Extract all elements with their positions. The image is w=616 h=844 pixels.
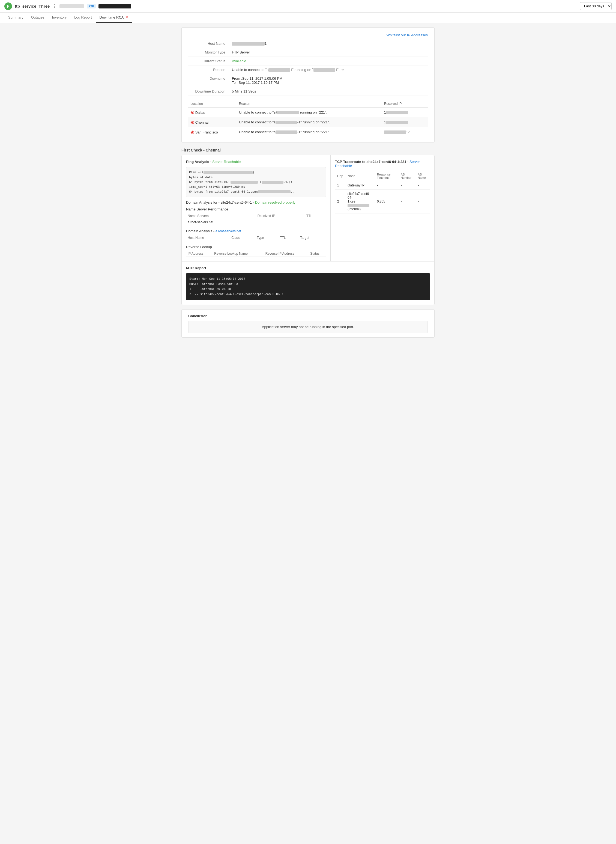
reason-row: Reason Unable to connect to "s1" running… xyxy=(188,66,428,74)
mtr-output: Start: Mon Sep 11 13:05:14 2017 HOST: In… xyxy=(186,273,430,300)
reason-label: Reason xyxy=(188,68,232,72)
date-selector-wrapper[interactable]: Last 30 days xyxy=(580,2,612,10)
date-selector[interactable]: Last 30 days xyxy=(580,2,612,10)
conclusion-title: Conclusion xyxy=(188,314,428,318)
first-check-heading: First Check - Chennai xyxy=(182,148,434,152)
downtime-duration-row: Downtime Duration 5 Mins 11 Secs xyxy=(188,87,428,96)
reverse-lookup-section: Reverse Lookup IP Address Reverse Lookup… xyxy=(186,245,326,257)
info-card: Whitelist our IP Addresses Host Name 1 M… xyxy=(182,27,434,143)
monitor-type-row: Monitor Type FTP Server xyxy=(188,48,428,57)
url-placeholder xyxy=(59,4,84,8)
app-icon: F xyxy=(4,3,12,10)
domain-link[interactable]: a.root-servers.net. xyxy=(216,229,242,233)
table-row: ◉ Chennai Unable to connect to "s-1" run… xyxy=(188,118,428,127)
whitelist-link[interactable]: Whitelist our IP Addresses xyxy=(387,33,428,37)
tab-downtime-rca[interactable]: Downtime RCA ✕ xyxy=(96,13,133,23)
current-status-value: Available xyxy=(232,59,428,63)
status-icon-dallas: ◉ xyxy=(191,110,194,115)
conclusion-card: Conclusion Application server may not be… xyxy=(182,309,434,338)
check-right-panel: TCP Traceroute to site24x7-cent6-64-1:22… xyxy=(331,155,434,261)
host-name-label: Host Name xyxy=(188,41,232,46)
check-left-panel: Ping Analysis - Server Reachable PING si… xyxy=(182,155,331,261)
mtr-title: MTR Report xyxy=(186,266,430,270)
table-row: ◉ Dallas Unable to connect to "sit runni… xyxy=(188,107,428,118)
info-header-row: Whitelist our IP Addresses xyxy=(188,33,428,37)
mtr-section: MTR Report Start: Mon Sep 11 13:05:14 20… xyxy=(182,261,434,304)
conclusion-message: Application server may not be running in… xyxy=(188,321,428,333)
host-name-row: Host Name 1 xyxy=(188,39,428,48)
rl-title: Reverse Lookup xyxy=(186,245,326,249)
location-table: Location Reason Resolved IP ◉ Dallas Una… xyxy=(188,100,428,137)
domain-analysis-sub: Domain Analysis - a.root-servers.net. xyxy=(186,229,326,233)
main-content: Whitelist our IP Addresses Host Name 1 M… xyxy=(177,23,439,346)
da-table: Host Name Class Type TTL Target xyxy=(186,235,326,241)
traceroute-table: Hop Node Response Time (ms) AS Number AS… xyxy=(335,171,430,213)
col-location: Location xyxy=(188,100,237,107)
downtime-label: Downtime xyxy=(188,76,232,85)
ping-status: Server Reachable xyxy=(212,160,241,164)
traceroute-title: TCP Traceroute to site24x7-cent6-64-1:22… xyxy=(335,160,430,168)
downtime-row: Downtime From :Sep 11, 2017 1:05:06 PM T… xyxy=(188,74,428,87)
col-resolved-ip: Resolved IP xyxy=(382,100,428,107)
tab-summary[interactable]: Summary xyxy=(4,13,27,23)
check-container: Ping Analysis - Server Reachable PING si… xyxy=(182,155,434,305)
edit-icon[interactable]: ✏ xyxy=(342,68,344,72)
col-reason: Reason xyxy=(237,100,382,107)
status-icon-sf: ◉ xyxy=(191,129,194,134)
header-left: F ftp_service_Three ⋮ FTP xyxy=(4,3,131,10)
tab-inventory[interactable]: Inventory xyxy=(48,13,70,23)
traceroute-row: 2 site24x7-cent6-64- 1.cse (Internal) 0.… xyxy=(335,190,430,213)
menu-icon[interactable]: ⋮ xyxy=(52,4,57,9)
app-header: F ftp_service_Three ⋮ FTP Last 30 days xyxy=(0,0,616,13)
tab-outages[interactable]: Outages xyxy=(27,13,48,23)
domain-analysis-title: Domain Analysis for - site24x7-cent6-64-… xyxy=(186,200,326,204)
downtime-duration-label: Downtime Duration xyxy=(188,89,232,93)
nav-tabs: Summary Outages Inventory Log Report Dow… xyxy=(0,13,616,23)
domain-status: Domain resolved properly xyxy=(255,200,295,204)
table-row: ◉ San Francisco Unable to connect to "s-… xyxy=(188,127,428,137)
check-panels: Ping Analysis - Server Reachable PING si… xyxy=(182,155,434,261)
ns-row: a.root-servers.net. xyxy=(186,219,326,225)
monitor-type-value: FTP Server xyxy=(232,50,428,54)
downtime-rca-badge: ✕ xyxy=(126,15,129,19)
ping-analysis-title: Ping Analysis - Server Reachable xyxy=(186,160,326,164)
app-title: ftp_service_Three xyxy=(15,4,50,9)
rl-table: IP Address Reverse Lookup Name Reverse I… xyxy=(186,251,326,257)
traceroute-row: 1 Gateway IP - - - xyxy=(335,181,430,190)
host-name-value: 1 xyxy=(232,41,428,46)
reason-value: Unable to connect to "s1" running on "1"… xyxy=(232,68,428,72)
downtime-value: From :Sep 11, 2017 1:05:06 PM To : Sep 1… xyxy=(232,76,428,85)
tab-log-report[interactable]: Log Report xyxy=(70,13,95,23)
current-status-row: Current Status Available xyxy=(188,57,428,66)
dark-badge xyxy=(98,4,131,9)
status-icon-chennai: ◉ xyxy=(191,120,194,125)
ftp-badge: FTP xyxy=(87,4,96,9)
ns-perf-title: Name Server Performance xyxy=(186,207,326,211)
ping-output: PING sit) bytes of data. 64 bytes from s… xyxy=(186,167,326,197)
current-status-label: Current Status xyxy=(188,59,232,63)
downtime-duration-value: 5 Mins 11 Secs xyxy=(232,89,428,93)
ns-table: Name Servers Resolved IP TTL a.root-serv… xyxy=(186,213,326,225)
monitor-type-label: Monitor Type xyxy=(188,50,232,54)
